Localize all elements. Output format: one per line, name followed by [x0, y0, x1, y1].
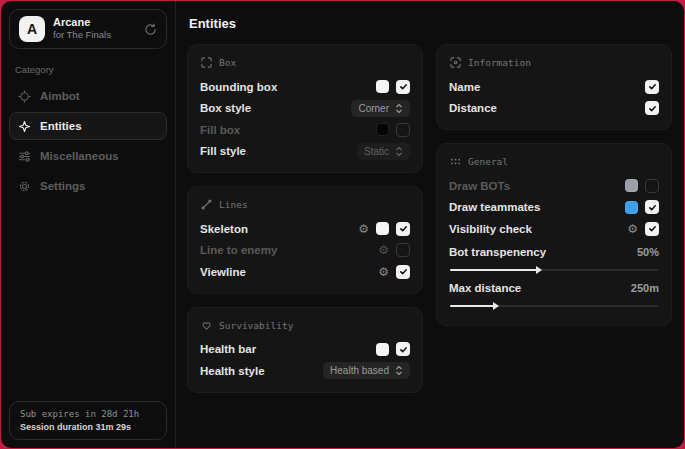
setting-label: Fill style — [200, 145, 246, 157]
setting-row-bounding-box: Bounding box — [200, 76, 410, 98]
right-column: Information Name Distance — [436, 44, 672, 326]
setting-label: Distance — [449, 102, 497, 114]
color-swatch[interactable] — [376, 222, 389, 235]
setting-label: Health style — [200, 365, 265, 377]
panel-title: Lines — [219, 199, 248, 210]
fill-style-dropdown[interactable]: Static — [357, 143, 410, 160]
checkbox-checked[interactable] — [645, 80, 659, 94]
row-gear-icon[interactable]: ⚙ — [358, 223, 369, 235]
sidebar-item-label: Entities — [40, 120, 82, 132]
slider-fill[interactable] — [450, 269, 537, 271]
dropdown-value: Health based — [330, 365, 389, 376]
sidebar-item-entities[interactable]: Entities — [9, 112, 167, 140]
color-swatch[interactable] — [625, 201, 638, 214]
panel-title: General — [468, 156, 508, 167]
entities-icon — [18, 120, 31, 133]
app-title: Arcane — [53, 16, 111, 29]
checkbox-unchecked[interactable] — [396, 123, 410, 137]
app-logo: A — [19, 16, 45, 42]
setting-row-viewline: Viewline ⚙ — [200, 261, 410, 283]
setting-row-line-to-enemy: Line to enemy ⚙ — [200, 240, 410, 262]
unfold-icon — [395, 365, 403, 376]
checkbox-checked[interactable] — [396, 80, 410, 94]
panel-information-header: Information — [450, 57, 659, 68]
checkbox-unchecked[interactable] — [396, 243, 410, 257]
health-style-dropdown[interactable]: Health based — [323, 362, 410, 379]
unfold-icon — [395, 103, 403, 114]
refresh-icon[interactable] — [144, 23, 157, 36]
setting-row-fill-style: Fill style Static — [200, 141, 410, 163]
row-gear-icon[interactable]: ⚙ — [378, 266, 389, 278]
color-swatch[interactable] — [376, 80, 389, 93]
sidebar-item-settings[interactable]: Settings — [9, 172, 167, 200]
heart-icon — [201, 320, 212, 331]
dropdown-value: Corner — [358, 103, 389, 114]
panel-lines-header: Lines — [201, 199, 410, 210]
color-swatch[interactable] — [625, 179, 638, 192]
setting-row-name: Name — [449, 76, 659, 98]
setting-label: Max distance — [449, 282, 521, 294]
slider-value: 250m — [631, 282, 659, 294]
sidebar-item-miscellaneous[interactable]: Miscellaneous — [9, 142, 167, 170]
checkbox-checked[interactable] — [396, 222, 410, 236]
setting-label: Visibility check — [449, 223, 532, 235]
panel-box-header: Box — [201, 57, 410, 68]
panel-survivability: Survivability Health bar Health style — [187, 307, 423, 393]
app-subtitle: for The Finals — [53, 29, 111, 41]
slider-value: 50% — [637, 246, 659, 258]
subscription-info-card: Sub expires in 28d 21h Session duration … — [9, 401, 167, 440]
grid-dots-icon — [450, 156, 461, 167]
setting-label: Box style — [200, 102, 251, 114]
setting-row-box-style: Box style Corner — [200, 98, 410, 120]
setting-row-max-distance: Max distance 250m — [449, 279, 659, 298]
box-corners-icon — [201, 57, 212, 68]
session-duration-text: Session duration 31m 29s — [20, 422, 156, 432]
left-column: Box Bounding box Box style Corne — [187, 44, 423, 393]
color-swatch[interactable] — [376, 343, 389, 356]
checkbox-checked[interactable] — [396, 265, 410, 279]
setting-label: Viewline — [200, 266, 246, 278]
box-style-dropdown[interactable]: Corner — [351, 100, 410, 117]
checkbox-checked[interactable] — [645, 101, 659, 115]
sidebar: A Arcane for The Finals Category Aimbot — [1, 1, 176, 448]
panel-title: Box — [219, 57, 236, 68]
setting-label: Fill box — [200, 124, 240, 136]
crosshair-icon — [18, 90, 31, 103]
row-gear-icon[interactable]: ⚙ — [378, 244, 389, 256]
panel-box: Box Bounding box Box style Corne — [187, 44, 423, 173]
setting-row-draw-bots: Draw BOTs — [449, 175, 659, 197]
sub-expiry-text: Sub expires in 28d 21h — [20, 409, 156, 419]
setting-label: Name — [449, 81, 480, 93]
setting-label: Bot transpenency — [449, 246, 546, 258]
checkbox-checked[interactable] — [645, 200, 659, 214]
panel-general-header: General — [450, 156, 659, 167]
panel-information: Information Name Distance — [436, 44, 672, 130]
bot-transparency-slider[interactable] — [450, 269, 658, 271]
line-icon — [201, 199, 212, 210]
row-gear-icon[interactable]: ⚙ — [627, 223, 638, 235]
logo-text: Arcane for The Finals — [53, 16, 111, 42]
panel-title: Information — [468, 57, 531, 68]
panel-title: Survivability — [219, 320, 293, 331]
category-label: Category — [15, 64, 167, 75]
sidebar-item-label: Miscellaneous — [40, 150, 119, 162]
page-title: Entities — [189, 16, 672, 31]
setting-label: Line to enemy — [200, 244, 277, 256]
checkbox-checked[interactable] — [396, 342, 410, 356]
info-scan-icon — [450, 57, 461, 68]
panel-survivability-header: Survivability — [201, 320, 410, 331]
color-swatch[interactable] — [376, 123, 389, 136]
checkbox-checked[interactable] — [645, 222, 659, 236]
setting-row-health-bar: Health bar — [200, 339, 410, 361]
sidebar-item-aimbot[interactable]: Aimbot — [9, 82, 167, 110]
checkbox-unchecked[interactable] — [645, 179, 659, 193]
logo-card: A Arcane for The Finals — [9, 9, 167, 49]
unfold-icon — [395, 146, 403, 157]
setting-row-bot-transparency: Bot transpenency 50% — [449, 243, 659, 262]
panel-general: General Draw BOTs Draw teammates — [436, 143, 672, 326]
max-distance-slider[interactable] — [450, 305, 658, 307]
sliders-icon — [18, 150, 31, 163]
setting-row-fill-box: Fill box — [200, 119, 410, 141]
slider-fill[interactable] — [450, 305, 494, 307]
setting-row-skeleton: Skeleton ⚙ — [200, 218, 410, 240]
